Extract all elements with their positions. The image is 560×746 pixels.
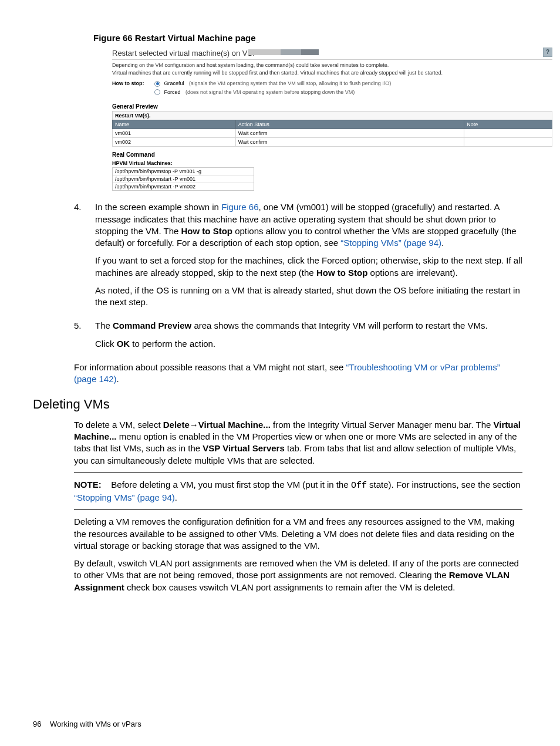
cell-name: vm001 bbox=[113, 129, 236, 138]
th-action-status: Action Status bbox=[235, 120, 464, 129]
graceful-option-label: Graceful bbox=[164, 80, 184, 86]
deleting-vms-heading: Deleting VMs bbox=[33, 396, 522, 413]
restart-vms-subhead: Restart VM(s). bbox=[112, 111, 552, 120]
table-row: vm002 Wait confirm bbox=[113, 138, 552, 147]
step4-para3: As noted, if the OS is running on a VM t… bbox=[95, 285, 522, 309]
step4-para1: In the screen example shown in Figure 66… bbox=[95, 201, 522, 249]
step-number-4: 4. bbox=[74, 201, 95, 314]
cell-status: Wait confirm bbox=[235, 138, 464, 147]
figure-caption: Figure 66 Restart Virtual Machine page bbox=[93, 33, 522, 43]
footer-title: Working with VMs or vPars bbox=[50, 720, 141, 728]
step4-para2: If you want to set a forced stop for the… bbox=[95, 255, 522, 279]
real-command-heading: Real Command bbox=[112, 151, 552, 158]
cell-name: vm002 bbox=[113, 138, 236, 147]
preview-table: Name Action Status Note vm001 Wait confi… bbox=[112, 120, 552, 147]
page-number: 96 bbox=[33, 720, 41, 728]
screenshot-titlebar: Restart selected virtual machine(s) on V… bbox=[112, 48, 552, 58]
step5-para1: The Command Preview area shows the comma… bbox=[95, 320, 522, 332]
stopping-vms-link[interactable]: “Stopping VMs” (page 94) bbox=[340, 238, 441, 248]
step-number-5: 5. bbox=[74, 320, 95, 356]
cell-note bbox=[464, 129, 552, 138]
deleting-para1: To delete a VM, select Delete→Virtual Ma… bbox=[74, 419, 522, 467]
cell-status: Wait confirm bbox=[235, 129, 464, 138]
desc-line-2: Virtual machines that are currently runn… bbox=[112, 70, 552, 76]
general-preview-heading: General Preview bbox=[112, 103, 552, 110]
command-line: /opt/hpvm/bin/hpvmstop -P vm001 -g bbox=[113, 168, 254, 175]
how-to-stop-label: How to stop: bbox=[112, 80, 154, 97]
forced-radio[interactable] bbox=[154, 89, 160, 95]
troubleshooting-para: For information about possible reasons t… bbox=[74, 362, 522, 386]
stopping-vms-link-2[interactable]: “Stopping VMs” (page 94) bbox=[74, 492, 175, 502]
desc-line-1: Depending on the VM configuration and ho… bbox=[112, 62, 552, 68]
step5-para2: Click OK to perform the action. bbox=[95, 338, 522, 350]
help-icon[interactable]: ? bbox=[543, 48, 552, 57]
hpvm-machines-label: HPVM Virtual Machines: bbox=[112, 160, 552, 166]
th-note: Note bbox=[464, 120, 552, 129]
command-line: /opt/hpvm/bin/hpvmstart -P vm001 bbox=[113, 175, 254, 183]
off-state-code: Off bbox=[351, 481, 367, 491]
figure-66-link[interactable]: Figure 66 bbox=[221, 202, 258, 212]
th-name: Name bbox=[113, 120, 236, 129]
note-label: NOTE: bbox=[74, 480, 102, 490]
deleting-para2: Deleting a VM removes the configuration … bbox=[74, 516, 522, 552]
titlebar-text: Restart selected virtual machine(s) on V… bbox=[112, 49, 258, 58]
note-rule-top bbox=[74, 472, 522, 473]
cell-note bbox=[464, 138, 552, 147]
graceful-radio[interactable] bbox=[154, 81, 160, 87]
restart-vm-screenshot: Restart selected virtual machine(s) on V… bbox=[112, 48, 552, 191]
graceful-hint: (signals the VM operating system that th… bbox=[189, 80, 391, 86]
how-to-stop-section: How to stop: Graceful (signals the VM op… bbox=[112, 80, 552, 97]
titlebar-decor bbox=[248, 49, 325, 55]
note-rule-bottom bbox=[74, 509, 522, 510]
command-box: /opt/hpvm/bin/hpvmstop -P vm001 -g /opt/… bbox=[112, 167, 254, 191]
note-block: NOTE: Before deleting a VM, you must fir… bbox=[74, 479, 522, 504]
forced-hint: (does not signal the VM operating system… bbox=[185, 89, 355, 95]
command-line: /opt/hpvm/bin/hpvmstart -P vm002 bbox=[113, 183, 254, 190]
table-row: vm001 Wait confirm bbox=[113, 129, 552, 138]
page-footer: 96 Working with VMs or vPars bbox=[33, 720, 141, 728]
deleting-para3: By default, vswitch VLAN port assignment… bbox=[74, 558, 522, 593]
forced-option-label: Forced bbox=[164, 89, 181, 95]
